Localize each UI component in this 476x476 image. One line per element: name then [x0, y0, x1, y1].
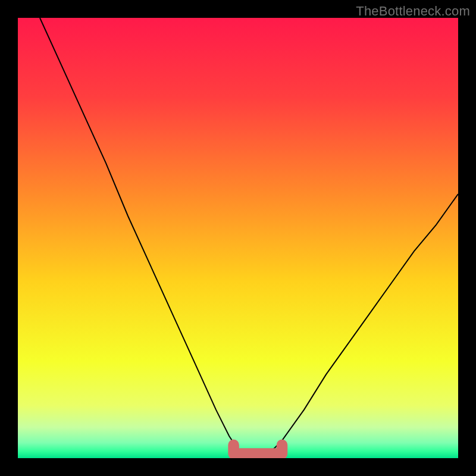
bottleneck-curve [40, 18, 458, 454]
curve-layer [18, 18, 458, 458]
flat-start-dot-icon [230, 441, 237, 449]
watermark-text: TheBottleneck.com [356, 4, 470, 19]
flat-region-marker [234, 445, 282, 454]
plot-area [18, 18, 458, 458]
chart-stage: TheBottleneck.com [0, 0, 476, 476]
